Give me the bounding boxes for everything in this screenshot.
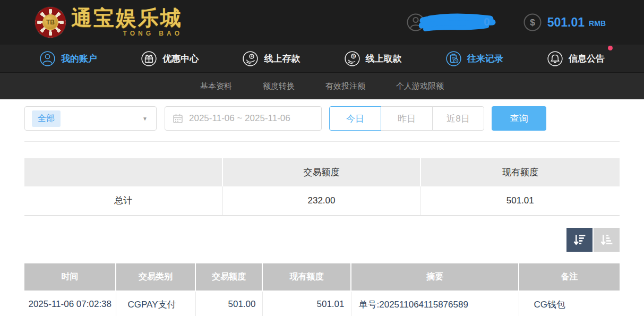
col-balance: 现有额度 xyxy=(262,263,351,291)
deposit-icon xyxy=(242,50,259,67)
search-button[interactable]: 查询 xyxy=(492,106,546,131)
subnav-item-valid-bets[interactable]: 有效投注额 xyxy=(325,81,365,91)
cell-time: 2025-11-06 07:02:38 xyxy=(24,291,116,316)
poker-chip-icon: TB xyxy=(35,7,66,38)
balance-amount: 501.01 xyxy=(547,15,585,30)
col-remark: 备注 xyxy=(519,263,620,291)
nav-item-my-account[interactable]: 我的账户 xyxy=(39,50,97,67)
sort-controls xyxy=(24,228,620,252)
nav-label: 我的账户 xyxy=(61,53,97,65)
bell-icon xyxy=(547,50,563,67)
date-range-input[interactable]: 2025-11-06 ~ 2025-11-06 xyxy=(165,106,322,131)
subnav-item-game-limits[interactable]: 个人游戏限额 xyxy=(396,81,444,91)
calendar-icon xyxy=(173,113,183,124)
dollar-circle-icon: $ xyxy=(523,13,542,32)
nav-item-promotions[interactable]: 优惠中心 xyxy=(141,50,199,67)
quick-range-group: 今日 昨日 近8日 xyxy=(329,106,484,131)
col-summary: 摘要 xyxy=(351,263,519,291)
main-nav: 我的账户 优惠中心 线上存款 $ 线上取款 xyxy=(0,45,644,73)
site-title: 通宝娱乐城 xyxy=(71,7,183,29)
summary-col-transaction-amount: 交易额度 xyxy=(222,158,420,186)
cell-balance: 501.01 xyxy=(262,291,351,316)
account-sub-nav: 基本资料 额度转换 有效投注额 个人游戏限额 xyxy=(0,73,644,99)
selected-type-chip: 全部 xyxy=(32,110,61,127)
nav-label: 线上取款 xyxy=(366,53,402,65)
balance-currency: RMB xyxy=(589,17,606,28)
sort-descending-icon xyxy=(572,233,587,247)
nav-item-deposit[interactable]: 线上存款 xyxy=(242,50,300,67)
records-page: 全部 ▼ 2025-11-06 ~ 2025-11-06 今日 昨日 近8日 查… xyxy=(0,106,644,316)
range-button-today[interactable]: 今日 xyxy=(329,106,381,131)
col-time: 时间 xyxy=(24,263,116,291)
nav-label: 信息公告 xyxy=(569,53,605,65)
cell-remark: CG钱包 xyxy=(519,291,620,316)
site-subtitle: TONG BAO xyxy=(123,30,183,37)
svg-text:$: $ xyxy=(352,54,354,58)
user-icon xyxy=(39,50,56,67)
sort-ascending-button[interactable] xyxy=(594,228,620,252)
summary-col-current-balance: 现有额度 xyxy=(420,158,620,186)
records-icon xyxy=(445,50,462,67)
date-range-value: 2025-11-06 ~ 2025-11-06 xyxy=(189,113,290,124)
summary-col-empty xyxy=(24,158,222,186)
sort-descending-button[interactable] xyxy=(566,228,593,252)
summary-total-current-balance: 501.01 xyxy=(420,186,620,215)
notification-dot xyxy=(608,46,613,50)
chip-monogram: TB xyxy=(42,14,58,30)
summary-total-label: 总计 xyxy=(24,186,222,215)
cell-type: CGPAY支付 xyxy=(116,291,195,316)
col-amount: 交易额度 xyxy=(195,263,262,291)
summary-header-row: 交易额度 现有额度 xyxy=(24,158,620,186)
chevron-down-icon: ▼ xyxy=(142,116,148,122)
filter-toolbar: 全部 ▼ 2025-11-06 ~ 2025-11-06 今日 昨日 近8日 查… xyxy=(24,106,620,131)
svg-text:$: $ xyxy=(530,18,535,28)
nav-item-records[interactable]: 往来记录 xyxy=(445,50,503,67)
table-row: 2025-11-06 07:02:38 CGPAY支付 501.00 501.0… xyxy=(24,291,620,316)
username-visible-suffix: 0 xyxy=(484,15,490,28)
sort-ascending-icon xyxy=(599,233,614,247)
gift-icon xyxy=(141,50,157,67)
subnav-item-quota-transfer[interactable]: 额度转换 xyxy=(263,81,295,91)
nav-label: 往来记录 xyxy=(467,53,503,65)
nav-item-announcements[interactable]: 信息公告 xyxy=(547,50,605,67)
subnav-item-basic-info[interactable]: 基本资料 xyxy=(200,81,232,91)
balance-display[interactable]: $ 501.01 RMB xyxy=(523,13,606,32)
top-header: TB 通宝娱乐城 TONG BAO xyxy=(0,0,644,45)
cell-amount: 501.00 xyxy=(195,291,262,316)
transactions-table: 时间 交易类别 交易额度 现有额度 摘要 备注 2025-11-06 07:02… xyxy=(24,263,620,316)
cell-summary: 单号:202511064115876589 xyxy=(351,291,519,316)
transaction-type-select[interactable]: 全部 ▼ xyxy=(24,106,157,131)
site-logo[interactable]: TB 通宝娱乐城 TONG BAO xyxy=(35,7,183,38)
username-scribble-mask: 0 xyxy=(426,12,488,32)
range-button-last-8-days[interactable]: 近8日 xyxy=(432,106,484,131)
range-button-yesterday[interactable]: 昨日 xyxy=(381,106,433,131)
summary-table: 交易额度 现有额度 总计 232.00 501.01 xyxy=(24,158,620,216)
username-display[interactable]: 0 xyxy=(406,12,488,32)
summary-total-transaction-amount: 232.00 xyxy=(222,186,420,215)
nav-label: 优惠中心 xyxy=(162,53,199,65)
summary-total-row: 总计 232.00 501.01 xyxy=(24,186,620,215)
withdraw-icon: $ xyxy=(344,50,360,67)
col-type: 交易类别 xyxy=(116,263,195,291)
section-divider xyxy=(24,141,620,142)
transactions-header-row: 时间 交易类别 交易额度 现有额度 摘要 备注 xyxy=(24,263,620,291)
nav-label: 线上存款 xyxy=(264,53,300,65)
nav-item-withdraw[interactable]: $ 线上取款 xyxy=(344,50,402,67)
